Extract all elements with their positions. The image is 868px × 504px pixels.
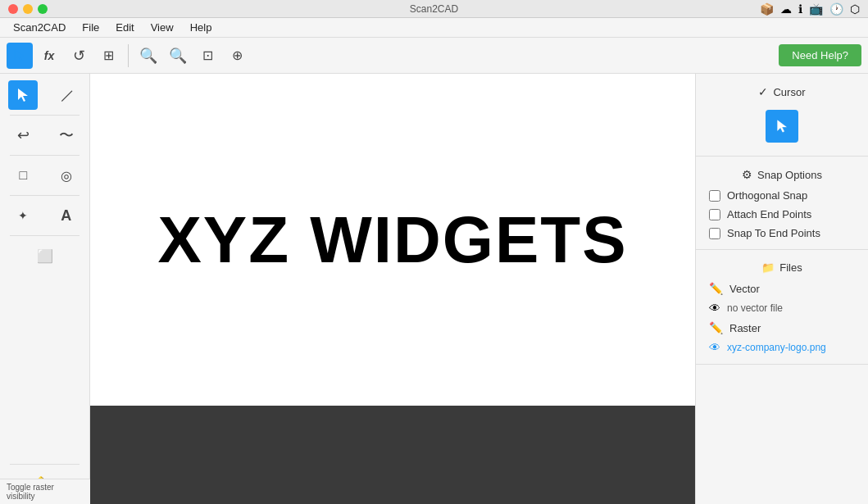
dropbox-icon: 📦 <box>760 2 774 16</box>
formula-button[interactable]: fx <box>36 43 62 69</box>
sidebar-row-1: — <box>3 80 86 110</box>
attach-end-points-row[interactable]: Attach End Points <box>696 205 868 224</box>
zoom-out-button[interactable]: 🔍 <box>165 43 191 69</box>
status-label: Toggle raster visibility <box>7 483 54 501</box>
cursor-button[interactable] <box>766 110 798 143</box>
app-title: Scan2CAD <box>410 3 458 15</box>
menu-help[interactable]: Help <box>184 20 219 35</box>
cursor-header: ✓ Cursor <box>696 80 868 103</box>
pointer-icon <box>15 87 31 103</box>
orthogonal-snap-row[interactable]: Orthogonal Snap <box>696 186 868 205</box>
menu-scan2cad[interactable]: Scan2CAD <box>7 20 72 35</box>
vector-label: Vector <box>729 283 760 295</box>
snap-to-end-points-row[interactable]: Snap To End Points <box>696 224 868 243</box>
vector-eye-icon: 👁 <box>709 302 720 315</box>
files-header: 📁 Files <box>696 257 868 279</box>
canvas-content: XYZ WIDGETS <box>90 74 695 504</box>
sidebar-bottom: 📏 Toggle raster visibility <box>3 461 86 497</box>
vector-icon: ✏️ <box>709 282 723 295</box>
cloud-icon: ☁ <box>780 2 792 16</box>
bluetooth-icon: ⬡ <box>850 2 860 16</box>
canvas-dark[interactable] <box>90 406 695 504</box>
circle-icon: ◎ <box>61 168 72 184</box>
zoom-fit-button[interactable]: ⊡ <box>194 43 220 69</box>
snap-options-icon: ⚙ <box>742 168 752 181</box>
close-button[interactable] <box>8 4 18 14</box>
menu-view[interactable]: View <box>144 20 180 35</box>
erase-icon: ⬜ <box>37 248 53 264</box>
zoom-extend-icon: ⊕ <box>232 48 243 63</box>
info-icon: ℹ <box>798 2 802 16</box>
select-tool-button[interactable] <box>7 43 33 69</box>
rotate-button[interactable]: ↺ <box>66 43 92 69</box>
pointer-tool[interactable] <box>8 80 38 110</box>
cursor-arrow-icon <box>775 119 789 134</box>
titlebar: Scan2CAD 📦 ☁ ℹ 📺 🕐 ⬡ <box>0 0 868 18</box>
right-panel: ✓ Cursor ⚙ Snap Options Orthogonal Snap <box>695 74 868 504</box>
sidebar-row-3: □ ◎ <box>3 161 86 190</box>
menu-edit[interactable]: Edit <box>109 20 140 35</box>
sidebar-sep-5 <box>10 464 80 465</box>
menubar: Scan2CAD File Edit View Help <box>0 18 868 38</box>
crop-button[interactable]: ⊞ <box>95 43 121 69</box>
minimize-button[interactable] <box>23 4 33 14</box>
select-icon <box>12 48 27 63</box>
canvas-area[interactable]: XYZ WIDGETS <box>90 74 695 504</box>
left-sidebar: — ↩ 〜 □ ◎ ✦ A <box>0 74 90 504</box>
sidebar-sep-1 <box>10 115 80 116</box>
main-layout: — ↩ 〜 □ ◎ ✦ A <box>0 74 868 504</box>
raster-value-row: 👁 xyz-company-logo.png <box>696 338 868 357</box>
sidebar-row-5: ⬜ <box>3 241 86 270</box>
sidebar-sep-4 <box>10 235 80 236</box>
formula-icon: fx <box>44 49 54 62</box>
zoom-in-icon: 🔍 <box>139 47 157 65</box>
rect-tool[interactable]: □ <box>8 161 38 190</box>
toolbar-separator-1 <box>128 44 129 67</box>
cursor-checkmark: ✓ <box>758 85 768 98</box>
circle-tool[interactable]: ◎ <box>52 161 81 190</box>
zoom-out-icon: 🔍 <box>169 47 187 65</box>
raster-value: xyz-company-logo.png <box>727 342 826 353</box>
snap-to-end-points-checkbox[interactable] <box>709 228 720 239</box>
sidebar-row-4: ✦ A <box>3 201 86 230</box>
snap-options-header: ⚙ Snap Options <box>696 163 868 186</box>
zoom-in-button[interactable]: 🔍 <box>135 43 161 69</box>
rect-icon: □ <box>19 168 27 183</box>
cursor-label: Cursor <box>773 86 805 98</box>
zoom-fit-icon: ⊡ <box>202 48 213 63</box>
vector-value-row: 👁 no vector file <box>696 298 868 318</box>
curve-tool[interactable]: 〜 <box>52 120 81 150</box>
vector-value: no vector file <box>727 302 783 314</box>
maximize-button[interactable] <box>38 4 48 14</box>
text-icon: A <box>61 207 71 225</box>
attach-end-points-checkbox[interactable] <box>709 209 720 220</box>
sidebar-sep-2 <box>10 155 80 156</box>
sidebar-row-2: ↩ 〜 <box>3 120 86 150</box>
line-tool[interactable]: — <box>52 80 81 110</box>
snap-options-label: Snap Options <box>757 169 822 181</box>
node-tool[interactable]: ✦ <box>8 201 38 230</box>
cursor-btn-container <box>696 103 868 149</box>
menu-file[interactable]: File <box>75 20 106 35</box>
undo-tool[interactable]: ↩ <box>8 120 38 150</box>
clock-icon: 🕐 <box>829 2 843 16</box>
erase-tool[interactable]: ⬜ <box>30 241 60 270</box>
snap-options-section: ⚙ Snap Options Orthogonal Snap Attach En… <box>696 157 868 250</box>
sidebar-sep-3 <box>10 195 80 196</box>
curve-icon: 〜 <box>59 125 74 145</box>
vector-row: ✏️ Vector <box>696 279 868 298</box>
files-icon: 📁 <box>761 261 775 274</box>
raster-icon: ✏️ <box>709 321 723 334</box>
orthogonal-snap-label: Orthogonal Snap <box>727 189 807 202</box>
text-tool[interactable]: A <box>52 201 81 230</box>
need-help-button[interactable]: Need Help? <box>779 44 861 66</box>
status-bar: Toggle raster visibility <box>0 479 90 504</box>
node-icon: ✦ <box>18 209 28 222</box>
zoom-extend-button[interactable]: ⊕ <box>224 43 250 69</box>
files-section: 📁 Files ✏️ Vector 👁 no vector file ✏️ Ra… <box>696 250 868 365</box>
raster-row: ✏️ Raster <box>696 318 868 338</box>
toolbar: fx ↺ ⊞ 🔍 🔍 ⊡ ⊕ Need Help? <box>0 38 868 74</box>
undo-icon: ↩ <box>17 126 30 144</box>
orthogonal-snap-checkbox[interactable] <box>709 190 720 202</box>
canvas-white[interactable]: XYZ WIDGETS <box>90 74 695 406</box>
